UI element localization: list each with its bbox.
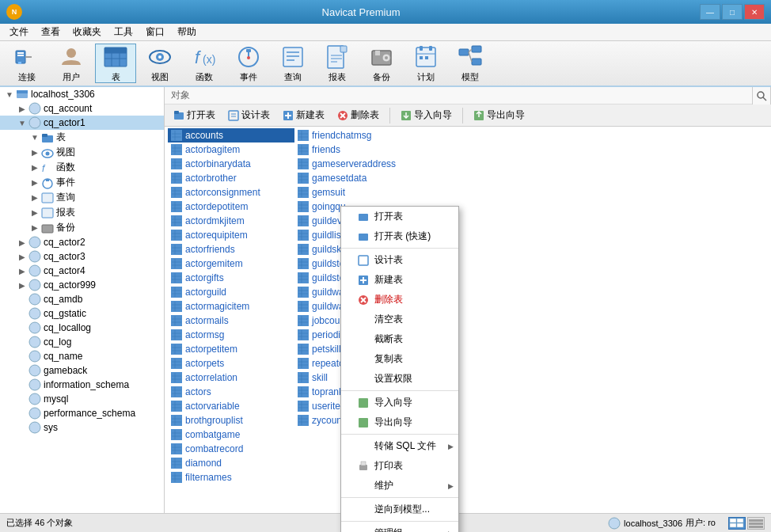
tree-gameback[interactable]: gameback <box>0 363 164 378</box>
table-item[interactable]: actorguild <box>168 285 294 299</box>
menu-favorites[interactable]: 收藏夹 <box>66 24 108 40</box>
tree-cq-gstatic[interactable]: cq_gstatic <box>0 306 164 321</box>
tree-expand-cq-actor999[interactable]: ▶ <box>16 281 28 290</box>
ctx-design[interactable]: 设计表 <box>341 250 458 270</box>
tree-sys[interactable]: sys <box>0 420 164 435</box>
toolbar-backup[interactable]: 备份 <box>361 44 402 83</box>
obj-btn-delete[interactable]: 删除表 <box>332 106 385 124</box>
window-controls[interactable]: — □ ✕ <box>700 4 765 20</box>
toolbar-plan[interactable]: 计划 <box>405 44 446 83</box>
tree-expand-cq-actor4[interactable]: ▶ <box>16 267 28 276</box>
table-item[interactable]: actorbinarydata <box>168 157 294 171</box>
tree-cq-account[interactable]: ▶ cq_account <box>0 101 164 116</box>
table-item[interactable]: actordepotitem <box>168 200 294 214</box>
table-item[interactable]: actorbrother <box>168 171 294 185</box>
table-item[interactable]: actorrelation <box>168 370 294 385</box>
ctx-dump-sql[interactable]: 转储 SQL 文件 <box>341 436 458 456</box>
tree-cq-actor4[interactable]: ▶ cq_actor4 <box>0 264 164 278</box>
ctx-print[interactable]: 打印表 <box>341 456 458 476</box>
table-item[interactable]: filternames <box>168 470 294 484</box>
obj-btn-new[interactable]: 新建表 <box>277 106 330 124</box>
view-grid-button[interactable] <box>728 517 746 530</box>
tree-expand-cq-actor1[interactable]: ▼ <box>16 119 28 127</box>
search-toggle-button[interactable] <box>752 87 771 105</box>
table-item[interactable]: gameserveraddress <box>294 157 421 171</box>
ctx-maintain[interactable]: 维护 <box>341 476 458 496</box>
menu-view[interactable]: 查看 <box>35 24 66 40</box>
obj-btn-design[interactable]: 设计表 <box>222 106 275 124</box>
table-item[interactable]: actormagicitem <box>168 299 294 314</box>
table-item[interactable]: actorconsignment <box>168 185 294 200</box>
table-item[interactable]: actorgifts <box>168 271 294 285</box>
table-item[interactable]: actorgemitem <box>168 256 294 271</box>
tree-expand-events[interactable]: ▶ <box>28 178 41 187</box>
tree-tables-folder[interactable]: ▼ 表 <box>0 130 164 145</box>
tree-mysql[interactable]: mysql <box>0 392 164 406</box>
ctx-copy-table[interactable]: 复制表 <box>341 349 458 369</box>
ctx-delete[interactable]: 删除表 <box>341 290 458 310</box>
menu-window[interactable]: 窗口 <box>139 24 171 40</box>
tree-expand-root[interactable]: ▼ <box>3 90 16 99</box>
tree-queries-folder[interactable]: ▶ 查询 <box>0 190 164 205</box>
ctx-open-table[interactable]: 打开表 <box>341 207 458 226</box>
tree-cq-actor3[interactable]: ▶ cq_actor3 <box>0 249 164 264</box>
table-item[interactable]: actorvariable <box>168 399 294 413</box>
menu-file[interactable]: 文件 <box>3 24 35 40</box>
tree-cq-actor1[interactable]: ▼ cq_actor1 <box>0 116 164 130</box>
table-item[interactable]: actormails <box>168 314 294 328</box>
toolbar-user[interactable]: 用户 <box>51 44 92 83</box>
minimize-button[interactable]: — <box>700 4 720 20</box>
table-item[interactable]: brothgrouplist <box>168 413 294 428</box>
tree-cq-name[interactable]: cq_name <box>0 349 164 363</box>
tree-expand-cq-account[interactable]: ▶ <box>16 104 28 113</box>
toolbar-report[interactable]: 报表 <box>317 44 358 83</box>
tree-views-folder[interactable]: ▶ 视图 <box>0 145 164 160</box>
ctx-new[interactable]: 新建表 <box>341 270 458 290</box>
tree-expand-cq-actor2[interactable]: ▶ <box>16 238 28 247</box>
ctx-reverse[interactable]: 逆向到模型... <box>341 500 458 519</box>
menu-tools[interactable]: 工具 <box>108 24 139 40</box>
tree-cq-actor999[interactable]: ▶ cq_actor999 <box>0 278 164 292</box>
tree-cq-locallog[interactable]: cq_locallog <box>0 321 164 335</box>
tree-funcs-folder[interactable]: ▶ f 函数 <box>0 160 164 175</box>
ctx-open-fast[interactable]: 打开表 (快速) <box>341 226 458 246</box>
tree-cq-log[interactable]: cq_log <box>0 335 164 349</box>
tree-expand-cq-actor3[interactable]: ▶ <box>16 253 28 261</box>
tree-cq-actor2[interactable]: ▶ cq_actor2 <box>0 235 164 249</box>
table-item[interactable]: friendchatmsg <box>294 128 421 142</box>
tree-expand-views[interactable]: ▶ <box>28 148 41 157</box>
table-item[interactable]: gemsuit <box>294 185 421 200</box>
toolbar-query[interactable]: 查询 <box>272 44 313 83</box>
tree-expand-tables[interactable]: ▼ <box>28 133 41 142</box>
table-item[interactable]: actorbagitem <box>168 142 294 157</box>
table-item[interactable]: actors <box>168 385 294 399</box>
table-item[interactable]: friends <box>294 142 421 157</box>
tree-expand-queries[interactable]: ▶ <box>28 193 41 202</box>
tree-expand-reports[interactable]: ▶ <box>28 208 41 217</box>
tree-expand-funcs[interactable]: ▶ <box>28 163 41 172</box>
tree-root[interactable]: ▼ localhost_3306 <box>0 87 164 101</box>
toolbar-view[interactable]: 视图 <box>139 44 180 83</box>
toolbar-func[interactable]: f (x) 函数 <box>184 44 225 83</box>
tree-performance-schema[interactable]: performance_schema <box>0 406 164 420</box>
view-list-button[interactable] <box>747 517 765 530</box>
maximize-button[interactable]: □ <box>722 4 743 20</box>
table-item[interactable]: combatgame <box>168 428 294 442</box>
table-item[interactable]: actorpetitem <box>168 342 294 356</box>
table-item[interactable]: combatrecord <box>168 442 294 456</box>
toolbar-table[interactable]: 表 <box>95 44 136 83</box>
table-item[interactable]: actorpets <box>168 356 294 370</box>
table-item[interactable]: actordmkjitem <box>168 214 294 228</box>
table-item[interactable]: actorequipitem <box>168 228 294 242</box>
obj-btn-import[interactable]: 导入向导 <box>395 106 458 124</box>
ctx-import[interactable]: 导入向导 <box>341 393 458 412</box>
close-button[interactable]: ✕ <box>744 4 765 20</box>
ctx-truncate[interactable]: 截断表 <box>341 329 458 349</box>
ctx-clear[interactable]: 清空表 <box>341 310 458 329</box>
tree-backups-folder[interactable]: ▶ 备份 <box>0 220 164 235</box>
tree-cq-amdb[interactable]: cq_amdb <box>0 292 164 306</box>
toolbar-event[interactable]: 事件 <box>228 44 269 83</box>
tree-information-schema[interactable]: information_schema <box>0 378 164 392</box>
table-item[interactable]: actorfriends <box>168 242 294 256</box>
ctx-export[interactable]: 导出向导 <box>341 412 458 432</box>
